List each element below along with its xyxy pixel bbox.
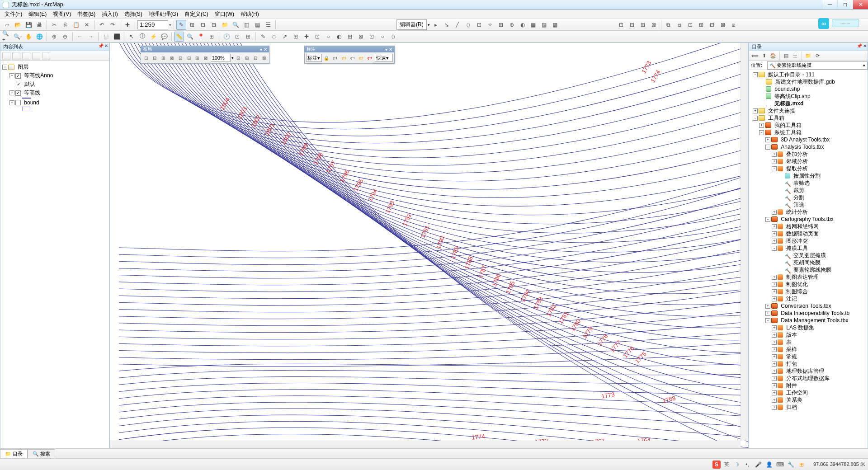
copy-button[interactable]: ⎘: [60, 20, 70, 30]
layout-btn[interactable]: ⊠: [168, 54, 175, 62]
toolbar-btn[interactable]: ⊡: [198, 20, 208, 30]
georef-tool[interactable]: ⊞: [638, 20, 648, 30]
georef-tool[interactable]: ⊡: [616, 20, 626, 30]
catalog-item[interactable]: + 分布式地理数据库: [750, 375, 867, 382]
catalog-item[interactable]: + 关系类: [750, 396, 867, 404]
catalog-item[interactable]: - Cartography Tools.tbx: [750, 216, 867, 223]
draw-tool[interactable]: ⊞: [345, 32, 355, 42]
catalog-item[interactable]: 🔨 裁剪: [750, 187, 867, 194]
catalog-item[interactable]: - 系统工具箱: [750, 129, 867, 136]
toc-list-by-visibility[interactable]: [22, 52, 30, 60]
label-btn[interactable]: 🏷: [357, 54, 365, 62]
open-button[interactable]: 📂: [13, 20, 23, 30]
catalog-button[interactable]: 📁: [220, 20, 230, 30]
cat-refresh[interactable]: ⟳: [813, 52, 821, 60]
georef-tool[interactable]: ⧉: [664, 20, 674, 30]
html-popup[interactable]: 💬: [159, 32, 169, 42]
close-icon[interactable]: ✕: [264, 47, 267, 52]
horizontal-scrollbar[interactable]: [110, 441, 741, 448]
menu-自定义(C)[interactable]: 自定义(C): [182, 9, 211, 19]
edit-tool[interactable]: ⊞: [496, 20, 506, 30]
catalog-item[interactable]: - 掩膜工具: [750, 244, 867, 252]
catalog-item[interactable]: + 版本: [750, 331, 867, 338]
close-icon[interactable]: ✕: [104, 43, 108, 48]
fixed-zoom-out[interactable]: ⊖: [60, 32, 70, 42]
catalog-item[interactable]: + 格网和经纬网: [750, 223, 867, 230]
paste-button[interactable]: 📋: [71, 20, 81, 30]
cat-toggle[interactable]: ▤: [782, 52, 790, 60]
menu-选择(S)[interactable]: 选择(S): [122, 9, 145, 19]
toc-list-by-source[interactable]: [12, 52, 20, 60]
pin-icon[interactable]: 📌: [857, 43, 862, 48]
catalog-item[interactable]: 🔨 分割: [750, 194, 867, 201]
editor-toolbar-button[interactable]: ✎: [176, 20, 186, 30]
catalog-item[interactable]: + 常规: [750, 353, 867, 360]
chevron-down-icon[interactable]: ▾: [260, 47, 262, 52]
measure-button[interactable]: 📏: [174, 32, 184, 42]
chevron-down-icon[interactable]: ▾: [385, 47, 387, 52]
layout-btn[interactable]: ⊞: [193, 54, 201, 62]
catalog-item[interactable]: 🔨 交叉图层掩膜: [750, 252, 867, 259]
georef-tool[interactable]: ⊟: [627, 20, 637, 30]
georef-tool[interactable]: ⧈: [675, 20, 684, 30]
layout-btn[interactable]: ⊡: [176, 54, 184, 62]
close-icon[interactable]: ✕: [389, 47, 392, 52]
print-button[interactable]: 🖶: [34, 20, 44, 30]
tray-grid-icon[interactable]: ⊞: [798, 461, 805, 468]
georef-tool[interactable]: ⊠: [649, 20, 659, 30]
catalog-item[interactable]: 等高线Clip.shp: [750, 93, 867, 100]
go-to-xy[interactable]: ⊞: [207, 32, 217, 42]
draw-tool[interactable]: ⊡: [312, 32, 322, 42]
layout-btn[interactable]: ⊞: [243, 54, 250, 62]
cat-home[interactable]: 🏠: [769, 52, 777, 60]
select-features[interactable]: ⬚: [101, 32, 111, 42]
georef-tool[interactable]: ⊟: [707, 20, 717, 30]
edit-tool[interactable]: ⊕: [507, 20, 517, 30]
draw-tool[interactable]: ○: [377, 32, 387, 42]
minimize-button[interactable]: ─: [822, 0, 837, 9]
edit-tool[interactable]: ⬯: [463, 20, 473, 30]
toc-layer[interactable]: − bound: [2, 99, 107, 106]
catalog-item[interactable]: + 图形冲突: [750, 237, 867, 244]
viewer-button[interactable]: ⊞: [243, 32, 253, 42]
undo-button[interactable]: ↶: [97, 20, 107, 30]
layout-btn[interactable]: ⊟: [251, 54, 259, 62]
draw-tool[interactable]: ⊠: [356, 32, 366, 42]
toc-symbol[interactable]: [2, 106, 107, 112]
toc-options[interactable]: [42, 52, 50, 60]
draw-tool[interactable]: ◐: [334, 32, 344, 42]
zoom-pct-input[interactable]: [211, 54, 231, 62]
catalog-item[interactable]: - Data Management Tools.tbx: [750, 317, 867, 324]
toc-list-by-drawing[interactable]: [2, 52, 10, 60]
map-view[interactable]: 1804180318021801180017991798179717961795…: [109, 42, 749, 458]
draw-tool[interactable]: ✚: [302, 32, 311, 42]
label-dropdown[interactable]: 标注▾: [306, 54, 322, 62]
create-viewer[interactable]: ⊡: [232, 32, 242, 42]
georef-tool[interactable]: ⊠: [718, 20, 728, 30]
close-button[interactable]: ✕: [853, 0, 868, 9]
catalog-item[interactable]: + 制图综合: [750, 288, 867, 295]
toc-layer[interactable]: −✓ 等高线: [2, 89, 107, 97]
catalog-item[interactable]: + 打包: [750, 360, 867, 367]
draw-tool[interactable]: ○: [323, 32, 333, 42]
toc-root[interactable]: − 图层: [2, 63, 107, 71]
catalog-item[interactable]: + Data Interoperability Tools.tb: [750, 310, 867, 317]
toolbar-btn[interactable]: ▥: [241, 20, 251, 30]
georef-tool[interactable]: ⧆: [729, 20, 739, 30]
catalog-item[interactable]: 🔨 筛选: [750, 201, 867, 208]
zoom-out-button[interactable]: 🔍-: [13, 32, 23, 42]
scale-input[interactable]: [137, 20, 168, 29]
menu-地理处理(G)[interactable]: 地理处理(G): [146, 9, 181, 19]
menu-文件(F)[interactable]: 文件(F): [2, 9, 25, 19]
catalog-item[interactable]: + 附件: [750, 382, 867, 389]
menu-插入(I)[interactable]: 插入(I): [99, 9, 120, 19]
layout-btn[interactable]: ⊟: [151, 54, 159, 62]
close-icon[interactable]: ✕: [863, 43, 867, 48]
layout-btn[interactable]: ⊠: [202, 54, 210, 62]
edit-tool[interactable]: ✧: [485, 20, 495, 30]
new-button[interactable]: ▱: [2, 20, 12, 30]
tray-person-icon[interactable]: 👤: [765, 461, 773, 468]
time-slider[interactable]: 🕐: [222, 32, 231, 42]
edit-tool[interactable]: ▦: [528, 20, 538, 30]
netdisk-icon[interactable]: ∞: [818, 18, 829, 29]
